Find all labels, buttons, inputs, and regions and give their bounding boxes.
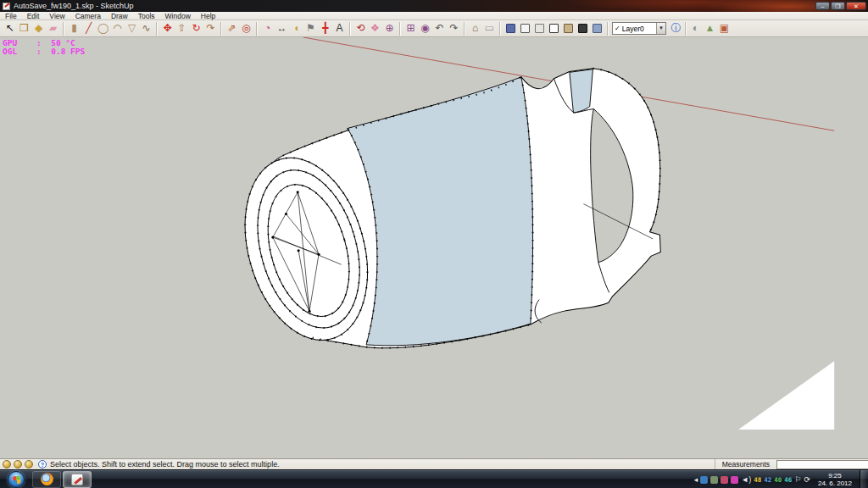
orbit-tool-icon[interactable]: ⟲	[353, 21, 368, 36]
style-hidden-line-icon[interactable]	[547, 21, 561, 36]
eraser-tool-icon[interactable]: ▰	[46, 21, 60, 36]
signin-icon[interactable]	[25, 460, 33, 469]
toolbar-group: ⟲❖⊕	[353, 21, 398, 36]
3d-text-tool-icon[interactable]: A	[332, 21, 347, 36]
close-button[interactable]: ✕	[846, 2, 866, 10]
taskbar-sketchup-button[interactable]	[63, 471, 92, 488]
camera-front-view-icon[interactable]: ⌂	[468, 21, 482, 36]
style-back-edges-cube	[520, 24, 530, 33]
minimize-button[interactable]: –	[815, 2, 830, 10]
toolbar-group: ⇗◎	[224, 21, 254, 36]
ground-plane-corner[interactable]	[738, 361, 834, 430]
maximize-button[interactable]: ❐	[831, 2, 845, 10]
tray-app1-icon[interactable]	[710, 476, 718, 484]
style-monochrome-cube	[593, 24, 602, 33]
menu-file[interactable]: File	[0, 12, 22, 20]
toolbar-group: ⊞◉↶↷	[403, 21, 462, 36]
measurements-input[interactable]	[776, 460, 868, 469]
polygon-tool-icon[interactable]: ▽	[125, 21, 139, 36]
status-bar: ? Select objects. Shift to extend select…	[0, 458, 868, 469]
freehand-tool-icon[interactable]: ∿	[139, 21, 153, 36]
dimension-tool-icon[interactable]: ↔	[275, 21, 289, 36]
tray-app3-icon[interactable]	[731, 476, 738, 484]
menu-window[interactable]: Window	[160, 12, 196, 20]
taskbar: ◂ ◄)48424046⚐⟳ 9:2524. 6. 2012	[0, 469, 868, 488]
viewport-canvas[interactable]: GPU : 50 °C OGL : 0.8 FPS	[0, 37, 868, 458]
layers-dropdown[interactable]: ✓Layer0▼	[612, 22, 666, 35]
arc-tool-icon[interactable]: ◠	[110, 21, 125, 36]
style-monochrome-icon[interactable]	[590, 21, 604, 36]
pan-tool-icon[interactable]: ❖	[368, 21, 382, 36]
style-xray-cube	[506, 24, 515, 33]
menu-camera[interactable]: Camera	[70, 12, 106, 20]
entity-info-tool-icon[interactable]: ⓘ	[669, 21, 683, 36]
menu-draw[interactable]: Draw	[106, 12, 133, 20]
circle-tool-icon[interactable]: ◯	[96, 21, 110, 36]
toolbar: ↖❒◆▰▮╱◯◠▽∿✥⇧↻↷⇗◎◔↔◖⚑╋A⟲❖⊕⊞◉↶↷⌂▭✓Layer0▼ⓘ…	[0, 20, 868, 37]
dropdown-arrow-icon[interactable]: ▼	[656, 23, 665, 34]
style-wireframe-cube	[535, 24, 544, 33]
line-tool-icon[interactable]: ╱	[81, 21, 96, 36]
paint-bucket-tool-icon[interactable]: ◆	[31, 21, 46, 36]
taskbar-firefox-button[interactable]	[32, 471, 61, 488]
style-back-edges-icon[interactable]	[518, 21, 532, 36]
model-3d-view[interactable]	[0, 37, 868, 458]
toolbar-separator	[156, 22, 158, 36]
tray-app2-icon[interactable]	[721, 476, 728, 484]
style-shaded-textures-icon[interactable]	[576, 21, 590, 36]
toolbar-separator	[399, 22, 401, 36]
action-center-flag-icon[interactable]: ⚐	[794, 470, 801, 488]
previous-view-tool-icon[interactable]: ↶	[432, 21, 447, 36]
model-backface-band[interactable]	[348, 77, 533, 346]
move-tool-icon[interactable]: ✥	[160, 21, 175, 36]
scale-tool-icon[interactable]: ⇗	[225, 21, 239, 36]
text-tool-icon[interactable]: ⚑	[303, 21, 318, 36]
temp-monitor-2[interactable]: 42	[764, 476, 771, 484]
menu-help[interactable]: Help	[196, 12, 220, 20]
tray-bluetooth-icon[interactable]	[700, 476, 708, 484]
select-tool-icon[interactable]: ↖	[3, 21, 17, 36]
model-backface-fin-patch[interactable]	[570, 69, 593, 113]
camera-standard-view-icon[interactable]: ▭	[482, 21, 497, 36]
photo-textures-tool-icon[interactable]: ▣	[717, 21, 732, 36]
protractor-tool-icon[interactable]: ◖	[289, 21, 303, 36]
axes-tool-icon[interactable]: ╋	[318, 21, 332, 36]
geolocation-icon[interactable]	[3, 460, 11, 469]
rectangle-tool-icon[interactable]: ▮	[67, 21, 81, 36]
style-xray-icon[interactable]	[504, 21, 518, 36]
zoom-window-tool-icon[interactable]: ⊞	[403, 21, 418, 36]
toggle-terrain-tool-icon[interactable]: ▲	[703, 21, 717, 36]
offset-tool-icon[interactable]: ◎	[239, 21, 253, 36]
menu-view[interactable]: View	[44, 12, 70, 20]
push-pull-tool-icon[interactable]: ⇧	[175, 21, 189, 36]
tape-measure-tool-icon[interactable]: ◔	[260, 21, 275, 36]
show-desktop-button[interactable]	[860, 470, 866, 488]
toolbar-group: ▮╱◯◠▽∿	[66, 21, 154, 36]
add-location-tool-icon[interactable]: ◐	[688, 21, 703, 36]
credits-icon[interactable]	[14, 460, 22, 469]
follow-me-tool-icon[interactable]: ↷	[203, 21, 218, 36]
taskbar-clock[interactable]: 9:2524. 6. 2012	[813, 472, 857, 487]
temp-monitor-1[interactable]: 48	[754, 476, 761, 484]
style-wireframe-icon[interactable]	[532, 21, 547, 36]
next-view-tool-icon[interactable]: ↷	[447, 21, 461, 36]
measurements-label: Measurements	[715, 459, 776, 469]
start-button[interactable]	[8, 471, 25, 488]
toolbar-tail-group: ⓘ◐▲▣	[668, 21, 732, 36]
rotate-tool-icon[interactable]: ↻	[189, 21, 203, 36]
style-shaded-icon[interactable]	[561, 21, 576, 36]
menu-tools[interactable]: Tools	[133, 12, 160, 20]
make-component-tool-icon[interactable]: ❒	[17, 21, 31, 36]
show-hidden-icons-button[interactable]: ◂	[694, 470, 698, 488]
sync-icon[interactable]: ⟳	[804, 470, 810, 488]
temp-monitor-3[interactable]: 40	[774, 476, 782, 484]
title-bar[interactable]: AutoSave_fw190_1.skp - SketchUp – ❐ ✕	[0, 0, 868, 12]
temp-monitor-4[interactable]: 46	[784, 476, 792, 484]
help-icon[interactable]: ?	[38, 460, 47, 469]
style-hidden-line-cube	[549, 24, 559, 33]
zoom-extents-tool-icon[interactable]: ◉	[418, 21, 432, 36]
menu-edit[interactable]: Edit	[22, 12, 45, 20]
gpu-stats-overlay: GPU : 50 °C OGL : 0.8 FPS	[3, 39, 85, 56]
volume-icon[interactable]: ◄)	[741, 470, 751, 488]
zoom-tool-icon[interactable]: ⊕	[382, 21, 397, 36]
